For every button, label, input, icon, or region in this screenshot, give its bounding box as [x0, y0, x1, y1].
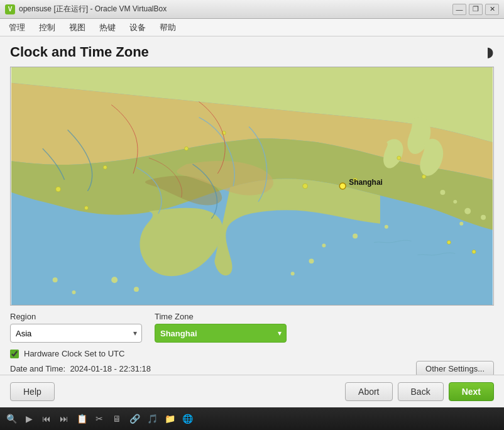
timezone-select[interactable]: Shanghai Beijing Tokyo Seoul Singapore H…: [155, 324, 287, 343]
taskbar-icon-1[interactable]: 🔍: [4, 411, 19, 426]
svg-point-26: [339, 183, 346, 189]
svg-point-23: [422, 175, 426, 179]
checkbox-row: Hardware Clock Set to UTC: [10, 349, 494, 358]
svg-point-9: [309, 258, 314, 263]
right-buttons: Abort Back Next: [345, 382, 494, 401]
datetime-row: Date and Time: 2024-01-18 - 22:31:18 Oth…: [10, 361, 494, 375]
svg-point-4: [459, 222, 463, 226]
menu-control[interactable]: 控制: [33, 19, 62, 36]
close-button[interactable]: ✕: [485, 4, 499, 15]
menu-help[interactable]: 帮助: [153, 19, 182, 36]
timezone-field-group: Time Zone Shanghai Beijing Tokyo Seoul S…: [155, 312, 287, 343]
taskbar-icon-6[interactable]: ✂: [92, 411, 107, 426]
region-field-group: Region Africa Americas Asia Atlantic Aus…: [10, 312, 142, 343]
svg-point-18: [185, 146, 189, 150]
region-label: Region: [10, 312, 142, 321]
svg-point-14: [53, 277, 58, 282]
svg-point-2: [453, 200, 457, 204]
taskbar-icon-11[interactable]: 🌐: [180, 411, 195, 426]
svg-point-12: [134, 287, 139, 292]
svg-point-13: [72, 290, 76, 294]
menu-devices[interactable]: 设备: [123, 19, 152, 36]
svg-point-24: [447, 241, 451, 245]
app-icon: V: [5, 4, 15, 14]
taskbar-icon-4[interactable]: ⏭: [57, 411, 72, 426]
window-controls: — ❐ ✕: [452, 4, 499, 15]
svg-point-17: [103, 165, 107, 169]
svg-point-25: [472, 250, 476, 253]
menu-manage[interactable]: 管理: [3, 19, 31, 36]
svg-point-10: [291, 272, 295, 275]
hardware-clock-checkbox[interactable]: [10, 350, 19, 358]
other-settings-button[interactable]: Other Settings...: [416, 361, 494, 375]
datetime-label-text: Date and Time: 2024-01-18 - 22:31:18: [10, 364, 151, 373]
controls-area: Region Africa Americas Asia Atlantic Aus…: [10, 312, 494, 343]
svg-point-7: [353, 234, 358, 239]
page-title: Clock and Time Zone: [10, 44, 149, 60]
svg-point-8: [322, 244, 326, 248]
svg-point-16: [84, 206, 88, 210]
abort-button[interactable]: Abort: [345, 382, 392, 401]
svg-point-5: [481, 215, 486, 220]
map-container[interactable]: Shanghai: [10, 67, 494, 306]
taskbar-icon-2[interactable]: ▶: [21, 411, 36, 426]
help-button[interactable]: Help: [10, 382, 55, 401]
next-button[interactable]: Next: [449, 382, 494, 401]
taskbar-icon-10[interactable]: 📁: [162, 411, 177, 426]
timezone-select-wrapper: Shanghai Beijing Tokyo Seoul Singapore H…: [155, 324, 287, 343]
taskbar-icon-8[interactable]: 🔗: [127, 411, 142, 426]
svg-point-15: [56, 187, 61, 192]
timezone-label: Time Zone: [155, 312, 287, 321]
menu-hotkeys[interactable]: 热键: [93, 19, 122, 36]
bottom-bar: Help Abort Back Next: [0, 375, 504, 407]
taskbar-icon-9[interactable]: 🎵: [145, 411, 160, 426]
svg-point-22: [397, 156, 401, 160]
taskbar-icon-5[interactable]: 📋: [74, 411, 89, 426]
restore-button[interactable]: ❐: [469, 4, 483, 15]
svg-point-1: [440, 190, 445, 195]
back-button[interactable]: Back: [398, 382, 444, 401]
window-title: opensuse [正在运行] - Oracle VM VirtualBox: [19, 4, 452, 14]
region-select[interactable]: Africa Americas Asia Atlantic Australia …: [10, 324, 142, 343]
svg-point-11: [111, 277, 118, 283]
region-select-wrapper: Africa Americas Asia Atlantic Australia …: [10, 324, 142, 343]
page-header: Clock and Time Zone ◗: [10, 44, 494, 60]
datetime-value: 2024-01-18 - 22:31:18: [70, 364, 151, 373]
taskbar-icon-7[interactable]: 🖥: [109, 411, 124, 426]
minimize-button[interactable]: —: [452, 4, 466, 15]
menubar: 管理 控制 视图 热键 设备 帮助: [0, 19, 504, 36]
taskbar-icon-3[interactable]: ⏮: [39, 411, 54, 426]
svg-point-3: [464, 208, 471, 214]
main-content: Clock and Time Zone ◗: [0, 36, 504, 375]
map-svg: Shanghai: [11, 67, 493, 305]
menu-view[interactable]: 视图: [63, 19, 92, 36]
taskbar-icons: 🔍 ▶ ⏮ ⏭ 📋 ✂ 🖥 🔗 🎵 📁 🌐: [4, 411, 195, 426]
moon-icon: ◗: [486, 44, 494, 60]
hardware-clock-label[interactable]: Hardware Clock Set to UTC: [24, 349, 124, 358]
svg-text:Shanghai: Shanghai: [349, 178, 383, 187]
titlebar: V opensuse [正在运行] - Oracle VM VirtualBox…: [0, 0, 504, 19]
svg-point-20: [303, 184, 308, 189]
svg-point-6: [385, 225, 388, 229]
taskbar: 🔍 ▶ ⏮ ⏭ 📋 ✂ 🖥 🔗 🎵 📁 🌐: [0, 407, 504, 430]
